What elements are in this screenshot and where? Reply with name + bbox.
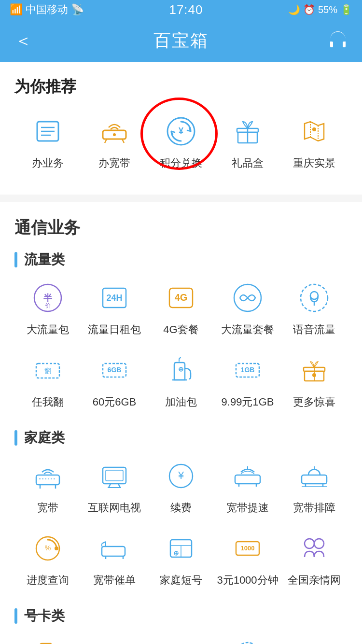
svg-point-7 bbox=[113, 133, 116, 136]
sub-group-simcard: 号卡类 ★ 一生一号 bbox=[14, 607, 348, 644]
svg-rect-64 bbox=[102, 546, 125, 556]
family-net-icon-box bbox=[295, 529, 334, 568]
repair-icon-box bbox=[295, 457, 334, 495]
headset-icon[interactable] bbox=[328, 30, 348, 51]
family-item-4[interactable]: 宽带排障 bbox=[281, 457, 348, 515]
content: 为你推荐 办业务 bbox=[0, 62, 362, 644]
router-icon bbox=[32, 461, 63, 491]
simcard-item-3[interactable]: 任我看 bbox=[214, 635, 281, 644]
svg-point-62 bbox=[55, 546, 58, 550]
traffic-item-8[interactable]: 1GB 9.99元1GB bbox=[214, 351, 281, 409]
speedup-icon bbox=[232, 461, 263, 491]
traffic-label-2: 4G套餐 bbox=[163, 323, 198, 337]
progress-icon: % bbox=[32, 533, 63, 564]
traffic-item-2[interactable]: 4G 4G套餐 bbox=[148, 279, 214, 337]
status-left: 📶 中国移动 📡 bbox=[10, 2, 84, 17]
progress-icon-box: % bbox=[28, 529, 67, 568]
family-item-9[interactable]: 全国亲情网 bbox=[281, 529, 348, 588]
traffic-item-3[interactable]: 大流量套餐 bbox=[214, 279, 281, 337]
4g-icon-box: 4G bbox=[162, 279, 200, 317]
family-label-6: 宽带催单 bbox=[93, 574, 136, 588]
family-item-7[interactable]: 家庭短号 bbox=[148, 529, 214, 588]
family-item-2[interactable]: ¥ 续费 bbox=[148, 457, 214, 515]
recommend-item-1[interactable]: 办宽带 bbox=[81, 112, 148, 170]
renew-icon: ¥ bbox=[166, 461, 196, 491]
traffic-item-4[interactable]: 语音流量 bbox=[281, 279, 348, 337]
recommend-item-0[interactable]: 办业务 bbox=[14, 112, 81, 170]
router-icon-box bbox=[28, 457, 67, 495]
svg-text:¥: ¥ bbox=[178, 469, 184, 481]
sub-title-simcard: 号卡类 bbox=[14, 607, 348, 625]
svg-point-24 bbox=[301, 284, 328, 311]
points-icon-box: ¥ bbox=[162, 112, 200, 151]
svg-rect-52 bbox=[235, 475, 260, 484]
svg-rect-49 bbox=[106, 470, 123, 481]
1gb-icon-box: 1GB bbox=[228, 351, 267, 390]
moon-icon: 🌙 bbox=[288, 4, 300, 15]
simcard-item-2[interactable]: 万能随心卡 bbox=[148, 635, 214, 644]
svg-text:¥: ¥ bbox=[179, 126, 183, 136]
24h-icon-box: 24H bbox=[95, 279, 134, 317]
traffic-item-0[interactable]: 半 价 大流量包 bbox=[14, 279, 81, 337]
signal-icon: 📶 bbox=[10, 3, 23, 16]
recommend-title: 为你推荐 bbox=[14, 76, 348, 98]
minutes-icon: 1000 bbox=[232, 533, 263, 564]
family-label-2: 续费 bbox=[170, 501, 192, 515]
svg-point-25 bbox=[310, 292, 318, 299]
traffic-label-1: 流量日租包 bbox=[88, 323, 141, 337]
traffic-label-6: 60元6GB bbox=[93, 395, 137, 409]
more-gift-icon-box bbox=[295, 351, 334, 390]
nav-bar: ＜ 百宝箱 bbox=[0, 19, 362, 62]
traffic-item-6[interactable]: 6GB 60元6GB bbox=[81, 351, 148, 409]
traffic-item-9[interactable]: 更多惊喜 bbox=[281, 351, 348, 409]
traffic-label-8: 9.99元1GB bbox=[222, 395, 274, 409]
family-net-icon bbox=[299, 533, 330, 564]
svg-rect-45 bbox=[103, 467, 126, 484]
svg-point-40 bbox=[312, 373, 316, 377]
broadband-icon-box bbox=[95, 112, 134, 151]
short-num-icon bbox=[166, 533, 196, 564]
recommend-item-3[interactable]: 礼品盒 bbox=[214, 112, 281, 170]
battery-label: 55% bbox=[318, 4, 337, 15]
family-label-4: 宽带排障 bbox=[293, 501, 335, 515]
voice-icon bbox=[299, 282, 330, 313]
svg-text:价: 价 bbox=[44, 302, 51, 309]
simcard-grid: ★ 一生一号 GB 大流量号卡 bbox=[14, 635, 348, 644]
simcard-item-4[interactable]: 情侣靓号 bbox=[281, 635, 348, 644]
repair-icon bbox=[299, 461, 330, 491]
nav-title: 百宝箱 bbox=[153, 29, 209, 53]
family-item-8[interactable]: 1000 3元1000分钟 bbox=[214, 529, 281, 588]
family-item-0[interactable]: 宽带 bbox=[14, 457, 81, 515]
sub-group-family: 家庭类 宽带 bbox=[14, 429, 348, 602]
family-item-5[interactable]: % 进度查询 bbox=[14, 529, 81, 588]
family-item-3[interactable]: 宽带提速 bbox=[214, 457, 281, 515]
traffic-label-3: 大流量套餐 bbox=[221, 323, 274, 337]
business-icon bbox=[33, 117, 62, 146]
family-item-6[interactable]: 宽带催单 bbox=[81, 529, 148, 588]
family-label-8: 3元1000分钟 bbox=[217, 574, 278, 588]
map-icon bbox=[300, 117, 329, 146]
half-price-icon-box: 半 价 bbox=[28, 279, 67, 317]
traffic-label-0: 大流量包 bbox=[27, 323, 69, 337]
wish-card-icon-box bbox=[162, 635, 200, 644]
flip-icon-box: 翻 bbox=[28, 351, 67, 390]
simcard-item-1[interactable]: GB 大流量号卡 bbox=[81, 635, 148, 644]
svg-point-78 bbox=[305, 539, 314, 548]
traffic-card-icon: GB bbox=[99, 639, 130, 644]
simcard-item-0[interactable]: ★ 一生一号 bbox=[14, 635, 81, 644]
svg-text:1000: 1000 bbox=[241, 545, 255, 552]
voice-icon-box bbox=[295, 279, 334, 317]
back-button[interactable]: ＜ bbox=[14, 29, 32, 53]
flip-icon: 翻 bbox=[32, 355, 63, 386]
family-item-1[interactable]: 互联网电视 bbox=[81, 457, 148, 515]
recommend-item-4[interactable]: 重庆实景 bbox=[281, 112, 348, 170]
infinite-icon bbox=[232, 282, 263, 313]
recommend-item-2[interactable]: ¥ 积分兑换 bbox=[148, 112, 214, 170]
wifi-icon: 📡 bbox=[71, 3, 84, 16]
traffic-item-5[interactable]: 翻 任我翻 bbox=[14, 351, 81, 409]
urge-icon-box bbox=[95, 529, 134, 568]
traffic-item-7[interactable]: 加油包 bbox=[148, 351, 214, 409]
status-bar: 📶 中国移动 📡 17:40 🌙 ⏰ 55% 🔋 bbox=[0, 0, 362, 19]
traffic-item-1[interactable]: 24H 流量日租包 bbox=[81, 279, 148, 337]
svg-line-68 bbox=[102, 542, 106, 544]
